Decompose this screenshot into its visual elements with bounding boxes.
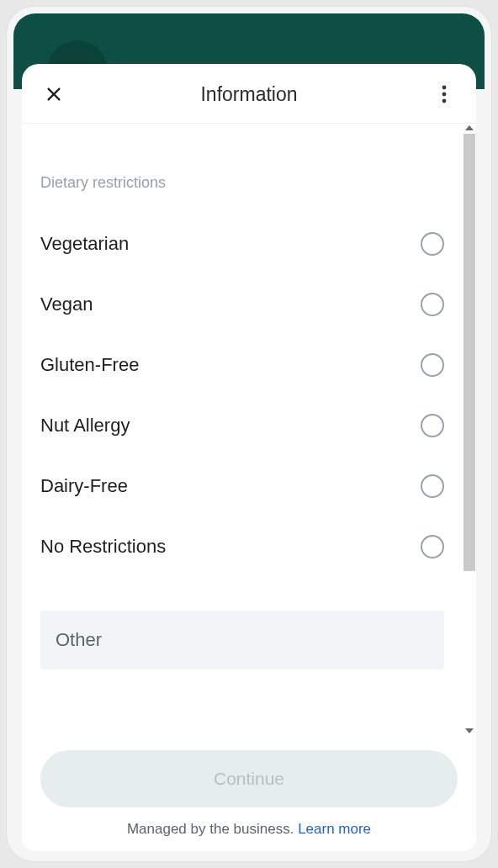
other-input-placeholder: Other — [56, 629, 102, 650]
continue-button[interactable]: Continue — [40, 750, 458, 807]
option-label: No Restrictions — [40, 536, 166, 558]
radio[interactable] — [421, 353, 444, 377]
more-button[interactable] — [432, 82, 456, 106]
option-label: Dairy-Free — [40, 475, 128, 497]
scroll-thumb[interactable] — [464, 134, 475, 571]
section-label: Dietary restrictions — [40, 174, 444, 192]
scroll-down-arrow-icon[interactable] — [465, 728, 474, 733]
modal-title: Information — [200, 83, 297, 106]
option-label: Vegan — [40, 294, 93, 315]
learn-more-link[interactable]: Learn more — [298, 821, 371, 837]
close-button[interactable] — [42, 82, 66, 106]
option-row[interactable]: Dairy-Free — [40, 456, 444, 516]
more-vertical-icon — [442, 85, 447, 103]
option-row[interactable]: Vegetarian — [40, 214, 444, 274]
device-frame: Information Dietary restrictions Vegetar… — [7, 7, 491, 861]
option-row[interactable]: Vegan — [40, 274, 444, 335]
modal-body-wrap: Dietary restrictions VegetarianVeganGlut… — [22, 124, 476, 735]
close-icon — [45, 85, 63, 103]
option-row[interactable]: No Restrictions — [40, 516, 444, 577]
scrollbar[interactable] — [463, 124, 476, 735]
modal-body: Dietary restrictions VegetarianVeganGlut… — [22, 124, 463, 735]
svg-point-4 — [442, 99, 447, 103]
radio[interactable] — [421, 474, 444, 498]
scroll-track[interactable] — [464, 134, 475, 725]
scroll-up-arrow-icon[interactable] — [465, 125, 474, 130]
svg-point-2 — [442, 86, 447, 90]
svg-point-3 — [442, 93, 447, 97]
radio[interactable] — [421, 232, 444, 256]
option-row[interactable]: Gluten-Free — [40, 335, 444, 395]
modal-header: Information — [22, 64, 476, 124]
managed-by-text: Managed by the business. — [127, 821, 298, 837]
option-row[interactable]: Nut Allergy — [40, 395, 444, 456]
option-label: Gluten-Free — [40, 354, 139, 376]
modal-sheet: Information Dietary restrictions Vegetar… — [22, 64, 476, 851]
other-input[interactable]: Other — [40, 611, 444, 670]
radio[interactable] — [421, 535, 444, 558]
radio[interactable] — [421, 293, 444, 316]
footer-note: Managed by the business. Learn more — [40, 821, 458, 838]
modal-footer: Continue Managed by the business. Learn … — [22, 735, 476, 851]
option-label: Vegetarian — [40, 233, 129, 255]
option-label: Nut Allergy — [40, 415, 130, 437]
radio[interactable] — [421, 414, 444, 437]
